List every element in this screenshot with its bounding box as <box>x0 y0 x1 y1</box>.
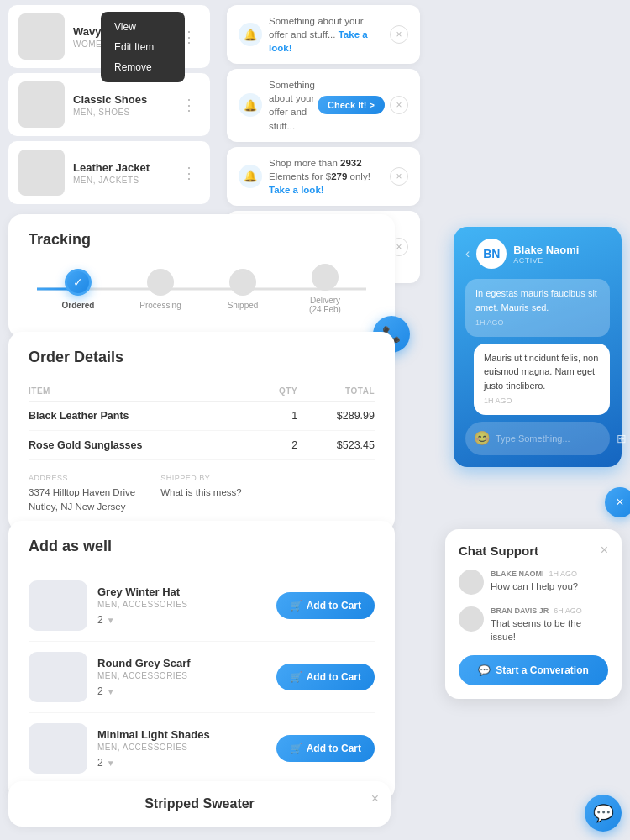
chat-message-text: Mauris ut tincidunt felis, non euismod m… <box>484 351 600 393</box>
support-message: BRAN DAVIS JR 6H AGO That seems to be th… <box>459 606 608 643</box>
step-circle-delivery <box>312 264 339 291</box>
notification-icon: 🔔 <box>239 165 262 188</box>
order-address-label: ADDRESS <box>29 474 135 482</box>
product-meta: MEN, JACKETS <box>73 176 178 185</box>
add-to-cart-btn[interactable]: 🛒 Add to Cart <box>276 664 375 690</box>
step-label-processing: Processing <box>139 301 181 310</box>
add-item: Grey Winter Hat MEN, ACCESSORIES 2 ▼ 🛒 A… <box>29 570 375 642</box>
order-item-name: Rose Gold Sunglasses <box>29 431 260 460</box>
product-thumbnail <box>18 150 65 196</box>
col-total: TOTAL <box>297 381 375 402</box>
chat-support-close[interactable]: × <box>601 543 608 558</box>
support-msg-content: BRAN DAVIS JR 6H AGO That seems to be th… <box>491 606 608 643</box>
notification-icon: 🔔 <box>239 23 262 46</box>
product-dots-menu[interactable]: ⋮ <box>178 92 200 118</box>
chat-fab[interactable]: 💬 <box>585 795 622 832</box>
product-name: Leather Jacket <box>73 161 178 174</box>
order-meta: ADDRESS 3374 Hilltop Haven DriveNutley, … <box>29 474 375 515</box>
bottom-card: Stripped Sweater × <box>8 781 391 827</box>
context-menu: View Edit Item Remove <box>101 12 185 82</box>
order-shipped-block: SHIPPED BY What is this mess? <box>160 474 242 515</box>
product-item[interactable]: Wavy Dots Dress WOMEN, DRESSES ⋮ View Ed… <box>8 5 210 68</box>
col-qty: QTY <box>260 381 297 402</box>
chat-support-panel: Chat Support × BLAKE NAOMI 1H AGO How ca… <box>445 529 622 699</box>
order-item-total: $523.45 <box>297 431 375 460</box>
bottom-card-close[interactable]: × <box>371 791 379 806</box>
product-item[interactable]: Classic Shoes MEN, SHOES ⋮ <box>8 73 210 136</box>
add-item: Round Grey Scarf MEN, ACCESSORIES 2 ▼ 🛒 … <box>29 642 375 713</box>
product-thumbnail <box>18 13 65 60</box>
step-label-shipped: Shipped <box>228 301 259 310</box>
add-item-name: Minimal Light Shades <box>97 728 276 741</box>
col-item: ITEM <box>29 381 260 402</box>
add-item-thumbnail <box>29 580 87 631</box>
support-msg-meta: BRAN DAVIS JR 6H AGO <box>491 606 608 615</box>
add-item-info: Round Grey Scarf MEN, ACCESSORIES 2 ▼ <box>97 657 276 697</box>
tracking-section: Tracking ✓ Ordered Processing Shipped De… <box>8 214 395 338</box>
support-msg-content: BLAKE NAOMI 1H AGO How can I help you? <box>491 570 578 593</box>
tracking-bar: ✓ Ordered Processing Shipped Delivery(24… <box>29 264 375 314</box>
notification-card: 🔔 Something about your offer and stuff..… <box>227 5 420 64</box>
tracking-step-processing: Processing <box>119 269 202 310</box>
order-details-title: Order Details <box>29 349 375 366</box>
attach-icon[interactable]: ⊞ <box>617 432 627 445</box>
notification-link[interactable]: Take a look! <box>269 185 324 195</box>
notification-text: Something about your offer and stuff... … <box>269 14 385 55</box>
tracking-step-delivery: Delivery(24 Feb) <box>284 264 366 314</box>
tracking-step-shipped: Shipped <box>202 269 284 310</box>
tracking-step-ordered: ✓ Ordered <box>37 269 119 310</box>
add-item-name: Round Grey Scarf <box>97 657 276 669</box>
add-item-meta: MEN, ACCESSORIES <box>97 743 276 752</box>
order-item-qty: 2 <box>260 431 297 460</box>
order-row: Black Leather Pants 1 $289.99 <box>29 402 375 431</box>
notification-close[interactable]: × <box>390 96 408 114</box>
qty-arrow-icon: ▼ <box>107 759 115 768</box>
chat-avatar: BN <box>476 239 507 269</box>
chat-icon: 💬 <box>478 664 491 676</box>
context-menu-remove[interactable]: Remove <box>101 57 185 77</box>
chat-user-info: Blake Naomi ACTIVE <box>513 244 579 265</box>
product-list: Wavy Dots Dress WOMEN, DRESSES ⋮ View Ed… <box>0 0 218 209</box>
context-menu-edit[interactable]: Edit Item <box>101 37 185 57</box>
add-item-meta: MEN, ACCESSORIES <box>97 671 276 680</box>
product-item[interactable]: Leather Jacket MEN, JACKETS ⋮ <box>8 141 210 204</box>
chat-support-header: Chat Support × <box>459 543 608 558</box>
notification-close[interactable]: × <box>390 25 408 44</box>
chat-bubble-sent: In egestas mauris faucibus sit amet. Mau… <box>465 279 610 337</box>
add-item-name: Grey Winter Hat <box>97 585 276 598</box>
order-details-section: Order Details ITEM QTY TOTAL Black Leath… <box>8 332 395 532</box>
add-item-info: Minimal Light Shades MEN, ACCESSORIES 2 … <box>97 728 276 769</box>
add-item-thumbnail <box>29 723 87 774</box>
product-info: Classic Shoes MEN, SHOES <box>73 93 178 117</box>
chat-back-btn[interactable]: ‹ <box>465 246 470 261</box>
product-thumbnail <box>18 81 65 128</box>
notification-action-btn[interactable]: Check It! > <box>318 96 385 114</box>
add-item-qty: 2 ▼ <box>97 757 276 769</box>
chat-message-text: In egestas mauris faucibus sit amet. Mau… <box>475 286 600 314</box>
support-msg-text: How can I help you? <box>491 580 578 593</box>
support-avatar <box>459 570 484 595</box>
chat-bubble-received: Mauris ut tincidunt felis, non euismod m… <box>474 344 610 415</box>
chat-message-time: 1H AGO <box>475 318 600 329</box>
support-msg-time: 6H AGO <box>554 606 582 615</box>
order-table: ITEM QTY TOTAL Black Leather Pants 1 $28… <box>29 381 375 460</box>
chat-popup: ‹ BN Blake Naomi ACTIVE In egestas mauri… <box>454 227 622 467</box>
order-address-block: ADDRESS 3374 Hilltop Haven DriveNutley, … <box>29 474 135 515</box>
chat-popup-close[interactable]: × <box>605 487 630 517</box>
add-to-cart-btn[interactable]: 🛒 Add to Cart <box>276 735 375 762</box>
notification-icon: 🔔 <box>239 93 262 117</box>
bottom-card-title: Stripped Sweater <box>27 796 372 811</box>
notification-card: 🔔 Shop more than 2932 Elements for $279 … <box>227 147 420 206</box>
support-avatar <box>459 606 484 632</box>
context-menu-view[interactable]: View <box>101 17 185 37</box>
emoji-icon[interactable]: 😊 <box>474 430 491 446</box>
notification-close[interactable]: × <box>390 167 408 186</box>
add-to-cart-btn[interactable]: 🛒 Add to Cart <box>276 592 375 619</box>
chat-input[interactable] <box>496 433 612 444</box>
qty-arrow-icon: ▼ <box>107 687 115 696</box>
start-conversation-btn[interactable]: 💬 Start a Converation <box>459 655 608 685</box>
notification-text: Something about your offer and stuff... <box>269 78 318 132</box>
chat-message-time: 1H AGO <box>484 396 600 407</box>
chat-username: Blake Naomi <box>513 244 579 256</box>
product-dots-menu[interactable]: ⋮ <box>178 160 200 186</box>
